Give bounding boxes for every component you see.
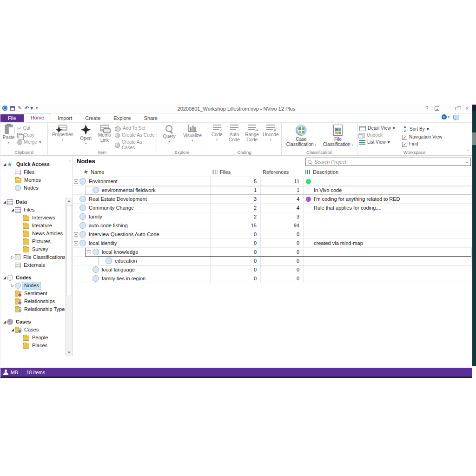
sidebar-item-cases[interactable]: ◢Cases (0, 326, 73, 334)
table-row-interview-questions-auto-code[interactable]: +Interview Questions Auto-Code00 (73, 230, 472, 239)
sidebar-item-pictures[interactable]: Pictures (0, 238, 73, 245)
merge-button[interactable]: Merge ▾ (17, 139, 41, 145)
sidebar-item-survey[interactable]: Survey (0, 245, 73, 253)
find-checkbox[interactable]: ✓ (402, 142, 407, 147)
feedback-chat-icon[interactable] (453, 115, 459, 119)
memo-link-button[interactable]: Memo Link (95, 124, 114, 149)
search-chevron-down-icon[interactable]: ⌄ (465, 160, 469, 164)
table-row-family[interactable]: family23 (73, 212, 472, 221)
sidebar-item-cases[interactable]: ◢Cases (0, 318, 73, 326)
open-button[interactable]: Open ▾ (76, 124, 95, 149)
list-view-button[interactable]: List View ▾ (359, 139, 400, 145)
help-button[interactable]: ? (425, 106, 428, 111)
find-toggle[interactable]: ✓Find (402, 141, 461, 147)
sidebar-item-literature[interactable]: literature (0, 222, 73, 230)
sidebar-item-quick-access[interactable]: ◢★Quick Access (0, 160, 73, 168)
tab-home[interactable]: Home (24, 113, 51, 122)
auto-code-button[interactable]: → Auto Code (225, 124, 243, 149)
sidebar-item-data[interactable]: ◢Data (0, 198, 73, 206)
collapse-row-icon[interactable]: − (87, 250, 91, 254)
sidebar-item-relationship-types[interactable]: Relationship Types (0, 305, 73, 313)
paste-button[interactable]: Paste ▾ (1, 124, 16, 149)
column-header-name[interactable]: Name (83, 169, 104, 175)
visualize-button[interactable]: Visualize ▾ (180, 124, 205, 149)
scrollbar-thumb[interactable] (66, 205, 72, 296)
sidebar-item-file-classifications[interactable]: ▷File Classifications (0, 253, 73, 261)
tree-expanded-icon[interactable]: ◢ (10, 328, 15, 332)
create-as-cases-button[interactable]: Create As Cases (115, 139, 155, 151)
sidebar-item-codes[interactable]: ◢Codes (0, 274, 73, 282)
navigation-view-toggle[interactable]: ✓Navigation View (402, 134, 461, 140)
table-row-environment[interactable]: −Environment511 (73, 177, 472, 186)
undock-button[interactable]: Undock (359, 132, 400, 138)
navigation-view-checkbox[interactable]: ✓ (402, 135, 407, 140)
sidebar-item-nodes[interactable]: ▷Nodes (0, 282, 73, 290)
sidebar-item-news-articles[interactable]: News Articles (0, 230, 73, 238)
add-to-set-button[interactable]: Add To Set (115, 126, 155, 131)
search-project-input[interactable]: Search Project ⌄ (305, 158, 471, 166)
sidebar-item-interviews[interactable]: Interviews (0, 214, 73, 222)
column-header-references[interactable]: References (263, 169, 289, 175)
tree-collapsed-icon[interactable]: ▷ (10, 284, 15, 288)
scroll-down-icon[interactable]: ▼ (66, 349, 73, 356)
create-as-code-button[interactable]: Create As Code (115, 132, 155, 138)
sidebar-item-sentiment[interactable]: Sentiment (0, 290, 73, 298)
tree-expanded-icon[interactable]: ◢ (2, 200, 7, 204)
table-row-local-language[interactable]: local language00 (73, 265, 472, 274)
range-code-button[interactable]: ⇥ Range Code (243, 124, 261, 149)
column-header-files[interactable]: Files (212, 169, 231, 175)
collapse-row-icon[interactable]: − (74, 241, 78, 245)
sidebar-item-memos[interactable]: Memos (0, 176, 73, 184)
minimize-button[interactable]: – (446, 106, 449, 111)
table-row-family-ties-in-region[interactable]: family ties in region00 (73, 274, 472, 283)
code-button[interactable]: ✓ Code ▾ (208, 124, 225, 149)
table-row-environmental-fieldwork[interactable]: environmental fieldwork11In Vivo code (73, 186, 472, 195)
collapse-sidebar-icon[interactable]: ‹ (69, 159, 71, 163)
collapse-ribbon-icon[interactable]: ⌃ (466, 150, 469, 154)
tab-create[interactable]: Create (79, 114, 107, 122)
properties-button[interactable]: Properties ▾ (49, 124, 76, 149)
tab-file[interactable]: File (0, 114, 24, 122)
tab-explore[interactable]: Explore (107, 114, 137, 122)
sidebar-item-relationships[interactable]: Relationships (0, 298, 73, 305)
tree-expanded-icon[interactable]: ◢ (2, 276, 7, 280)
table-row-real-estate-development[interactable]: Real Estate Development34I'm coding for … (73, 195, 472, 204)
list-view-pane: Nodes Search Project ⌄ Name Files Refere… (73, 156, 472, 356)
table-row-local-identity[interactable]: −local identity00created via mind-map (73, 239, 472, 248)
cut-button[interactable]: ✂Cut (17, 126, 41, 131)
sort-by-button[interactable]: AZSort By ▾ (402, 126, 461, 133)
detail-view-button[interactable]: Detail View ▾ (359, 126, 400, 131)
sidebar-item-people[interactable]: People (0, 334, 73, 342)
restore-button[interactable] (456, 107, 459, 110)
file-classification-button[interactable]: File Classification ▾ (320, 124, 356, 149)
account-icon[interactable] (442, 114, 447, 119)
sidebar-item-places[interactable]: Places (0, 342, 73, 350)
table-row-education[interactable]: education00 (73, 257, 472, 265)
sidebar-item-files[interactable]: ◢Files (0, 206, 73, 214)
sidebar-scrollbar[interactable]: ▲ ▼ (65, 198, 73, 356)
collapse-row-icon[interactable]: − (74, 179, 78, 184)
table-row-community-change[interactable]: Community Change24Rule that applies for … (73, 204, 472, 212)
expand-row-icon[interactable]: + (74, 232, 78, 237)
close-button[interactable]: × (466, 106, 469, 111)
sidebar-item-files[interactable]: Files (0, 168, 73, 176)
copy-button[interactable]: Copy (17, 132, 41, 138)
ribbon-options-button[interactable]: ▴ (435, 106, 439, 111)
name-cell: family (73, 212, 210, 221)
tree-expanded-icon[interactable]: ◢ (10, 208, 15, 212)
tree-collapsed-icon[interactable]: ▷ (10, 255, 15, 259)
tab-share[interactable]: Share (138, 114, 164, 122)
uncode-button[interactable]: ✗ Uncode ▾ (261, 124, 280, 149)
status-user[interactable]: MB (3, 370, 18, 375)
tree-expanded-icon[interactable]: ◢ (2, 162, 7, 166)
tab-import[interactable]: Import (51, 114, 79, 122)
query-button[interactable]: Query ▾ (158, 124, 180, 149)
scroll-up-icon[interactable]: ▲ (66, 198, 73, 205)
column-header-description[interactable]: Description (305, 169, 338, 175)
table-row-auto-code-fishing[interactable]: auto-code fishing1594 (73, 221, 472, 230)
sidebar-item-nodes[interactable]: Nodes (0, 184, 73, 192)
table-row-local-knowledge[interactable]: −local knowledge00 (73, 248, 472, 257)
sidebar-item-externals[interactable]: Externals (0, 261, 73, 269)
case-classification-button[interactable]: Case Classification ▾ (283, 124, 320, 149)
tree-expanded-icon[interactable]: ◢ (2, 320, 7, 324)
